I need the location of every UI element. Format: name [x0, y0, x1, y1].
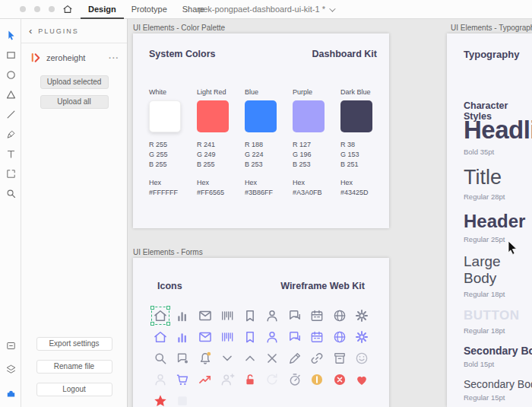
swatch-light-red[interactable]	[197, 100, 229, 132]
type-sample-secondary-bold[interactable]: Secondary Body	[464, 345, 532, 357]
link-icon[interactable]	[309, 351, 325, 366]
artboard-label-color-palette[interactable]: UI Elements - Color Palette	[133, 24, 225, 32]
artboard-color-palette[interactable]: System Colors Dashboard Kit WhiteR 255G …	[133, 33, 389, 228]
chart-icon[interactable]	[175, 329, 190, 345]
home-icon[interactable]	[62, 4, 73, 14]
timer-icon[interactable]	[287, 372, 302, 387]
type-sample-button[interactable]: BUTTON	[464, 308, 532, 323]
tab-prototype[interactable]: Prototype	[124, 0, 175, 19]
type-sample-title[interactable]: Title	[464, 166, 532, 189]
typography-title[interactable]: Typography	[464, 49, 519, 60]
type-sample-headline[interactable]: Headline	[464, 116, 532, 145]
forms-kit-name[interactable]: Wireframe Web Kit	[280, 281, 365, 291]
smiley-icon[interactable]	[354, 351, 369, 366]
export-settings-button[interactable]: Export settings	[36, 337, 112, 351]
bell-icon[interactable]	[198, 351, 213, 366]
home-icon[interactable]	[153, 329, 168, 345]
user-icon[interactable]	[264, 308, 280, 323]
plugins-panel-header: ‹ PLUGINS	[21, 19, 127, 43]
chat-icon[interactable]	[287, 329, 302, 345]
chat-dot-icon[interactable]	[175, 351, 190, 366]
user-icon[interactable]	[264, 329, 280, 345]
select-tool[interactable]	[0, 25, 21, 45]
upload-selected-button[interactable]: Upload selected	[40, 75, 109, 89]
globe-icon[interactable]	[332, 329, 347, 345]
line-tool[interactable]	[0, 104, 21, 124]
artboard-typography[interactable]: Typography Character Styles HeadlineBold…	[447, 33, 532, 407]
pen-tool[interactable]	[0, 124, 21, 144]
colors-kit-name[interactable]: Dashboard Kit	[312, 49, 377, 59]
swatch-purple[interactable]	[293, 100, 325, 132]
lock-icon[interactable]	[242, 372, 258, 387]
chat-icon[interactable]	[287, 308, 302, 323]
plugin-options-icon[interactable]: ···	[109, 53, 119, 62]
x-circle-icon[interactable]	[332, 372, 347, 387]
plugins-panel: ‹ PLUGINS zeroheight ··· Upload selected…	[21, 19, 128, 407]
gear-icon[interactable]	[354, 308, 369, 323]
text-tool[interactable]	[0, 144, 21, 164]
document-title[interactable]: pek-pongpaet-dashboard-ui-kit-1 *	[0, 0, 532, 19]
artboard-label-forms[interactable]: UI Elements - Forms	[133, 248, 203, 256]
type-sample-large-body[interactable]: Large Body	[464, 253, 532, 287]
home-icon[interactable]	[153, 308, 168, 323]
barcode-icon[interactable]	[220, 329, 235, 345]
swatch-hex-label: Hex	[197, 178, 235, 188]
barcode-icon[interactable]	[220, 308, 235, 323]
swatch-blue[interactable]	[245, 100, 277, 132]
tab-design[interactable]: Design	[81, 0, 124, 19]
artboard-label-typography[interactable]: UI Elements - Typography	[451, 24, 532, 32]
trend-icon[interactable]	[198, 372, 213, 387]
zeroheight-logo-icon	[30, 52, 41, 63]
heart-icon[interactable]	[354, 372, 369, 387]
star-icon[interactable]	[153, 393, 168, 407]
window-close-button[interactable]	[20, 6, 26, 12]
upload-all-button[interactable]: Upload all	[40, 95, 109, 109]
type-sample-secondary[interactable]: Secondary Body	[464, 378, 532, 390]
gear-icon[interactable]	[354, 329, 369, 345]
pencil-icon[interactable]	[287, 351, 302, 366]
calendar-icon[interactable]	[309, 308, 325, 323]
coin-icon[interactable]	[309, 372, 325, 387]
swatch-dark-blue[interactable]	[340, 100, 372, 132]
user-pin-icon[interactable]	[220, 372, 235, 387]
artboard-tool[interactable]	[0, 164, 21, 183]
globe-icon[interactable]	[332, 308, 347, 323]
user-icon[interactable]	[153, 372, 168, 387]
close-icon[interactable]	[264, 351, 280, 366]
ellipse-tool[interactable]	[0, 65, 21, 84]
plugin-footer-actions: Export settingsRename fileLogout	[21, 337, 127, 396]
window-zoom-button[interactable]	[49, 6, 55, 12]
calendar-icon[interactable]	[309, 329, 325, 345]
archive-icon[interactable]	[332, 351, 347, 366]
refresh-icon[interactable]	[264, 372, 280, 387]
swatch-name: Dark Blue	[340, 88, 378, 99]
search-icon[interactable]	[153, 351, 168, 366]
layers-panel-toggle[interactable]	[0, 359, 21, 379]
type-sample-header[interactable]: Header	[464, 211, 532, 232]
ghost-icon[interactable]	[175, 393, 190, 407]
polygon-tool[interactable]	[0, 84, 21, 104]
bookmark-icon[interactable]	[242, 308, 258, 323]
plugin-row-zeroheight[interactable]: zeroheight ···	[21, 43, 127, 63]
bookmark-icon[interactable]	[242, 329, 258, 345]
mail-icon[interactable]	[198, 308, 213, 323]
chevron-up-icon[interactable]	[242, 351, 258, 366]
cart-icon[interactable]	[175, 372, 190, 387]
colors-title[interactable]: System Colors	[149, 49, 216, 59]
swatch-white[interactable]	[149, 100, 181, 132]
icons-title[interactable]: Icons	[157, 281, 182, 291]
mail-icon[interactable]	[198, 329, 213, 345]
rename-file-button[interactable]: Rename file	[36, 360, 112, 374]
tab-share[interactable]: Share	[175, 0, 212, 19]
plugins-panel-toggle[interactable]	[0, 383, 21, 402]
rectangle-tool[interactable]	[0, 45, 21, 65]
layers-icon	[5, 364, 17, 375]
assets-panel-toggle[interactable]	[0, 335, 21, 355]
chevron-down-icon[interactable]	[220, 351, 235, 366]
chart-icon[interactable]	[175, 308, 190, 323]
window-minimize-button[interactable]	[34, 6, 40, 12]
artboard-forms[interactable]: Icons Wireframe Web Kit	[133, 258, 389, 407]
logout-button[interactable]: Logout	[36, 383, 112, 396]
back-chevron-icon[interactable]: ‹	[29, 26, 32, 36]
zoom-tool[interactable]	[0, 183, 21, 203]
